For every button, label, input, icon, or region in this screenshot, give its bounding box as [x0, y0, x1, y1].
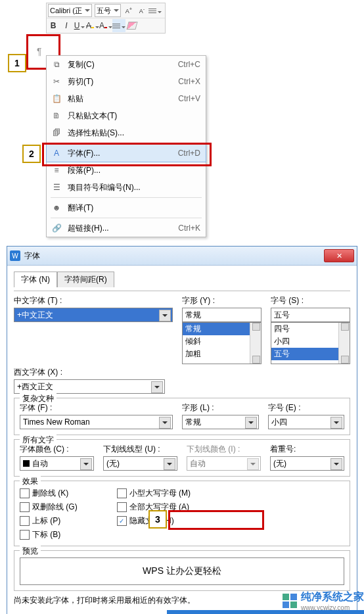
menu-paste-text[interactable]: 🗎只粘贴文本(T) [47, 107, 206, 124]
font-dialog: W 字体 ✕ 字体 (N) 字符间距(R) 中文字体 (T) : +中文正文 字… [7, 246, 357, 614]
size-label: 字号 (S) : [271, 295, 350, 306]
tab-font[interactable]: 字体 (N) [14, 272, 57, 287]
eraser-button[interactable] [125, 19, 139, 32]
bold-button[interactable]: B [47, 19, 60, 32]
increase-font-icon[interactable]: A+ [122, 4, 135, 17]
menu-bullets[interactable]: ☰项目符号和编号(N)... [47, 179, 206, 196]
chk-dstrike[interactable]: 双删除线 (G) [20, 502, 78, 513]
menu-paste[interactable]: 📋粘贴Ctrl+V [47, 90, 206, 107]
chk-smallcaps[interactable]: 小型大写字母 (M) [117, 488, 191, 499]
menu-separator [51, 197, 202, 198]
bullets-icon: ☰ [51, 183, 62, 192]
close-button[interactable]: ✕ [324, 249, 354, 262]
checkbox-icon [20, 530, 30, 540]
font-size-combo[interactable]: 五号 [95, 4, 121, 17]
preview-box: WPS 让办公更轻松 [20, 557, 344, 585]
preview-legend: 预览 [20, 546, 41, 557]
alltext-fieldset: 所有文字 字体颜色 (C) : 自动 下划线线型 (U) : (无) 下划线颜色… [14, 439, 350, 477]
underline-color-select: 自动 [187, 456, 261, 471]
menu-hyperlink[interactable]: 🔗超链接(H)...Ctrl+K [47, 220, 206, 237]
line-spacing-icon[interactable] [148, 4, 162, 17]
font-color-button[interactable]: A [99, 19, 112, 32]
menu-paste-special[interactable]: 🗐选择性粘贴(S)... [47, 124, 206, 141]
menu-copy-label: 复制(C) [68, 59, 178, 70]
menu-hyperlink-shortcut: Ctrl+K [178, 224, 200, 233]
italic-button[interactable]: I [60, 19, 73, 32]
paragraph-icon: ≡ [51, 166, 62, 175]
underline-button[interactable]: U [73, 19, 86, 32]
font-name-value: Calibri (正 [50, 6, 82, 16]
size-input[interactable]: 五号 [271, 308, 350, 322]
underline-select[interactable]: (无) [103, 456, 177, 471]
titlebar: W 字体 ✕ [7, 247, 357, 266]
effects-legend: 效果 [20, 476, 41, 487]
complex-style-select[interactable]: 常规 [182, 415, 259, 429]
chevron-down-icon [164, 458, 175, 470]
paste-text-icon: 🗎 [51, 111, 62, 120]
menu-font[interactable]: A字体(F)...Ctrl+D [46, 144, 206, 162]
style-listbox[interactable]: 常规 倾斜 加粗 [182, 322, 262, 364]
separator [14, 291, 350, 291]
dialog-tabs: 字体 (N) 字符间距(R) [14, 271, 350, 287]
underline-color-label: 下划线颜色 (I) : [187, 444, 261, 455]
decrease-font-icon[interactable]: A- [135, 4, 148, 17]
chk-smallcaps-label: 小型大写字母 (M) [129, 488, 191, 499]
chk-super[interactable]: 上标 (P) [20, 515, 78, 527]
preview-fieldset: 预览 WPS 让办公更轻松 [14, 550, 350, 591]
cn-font-select[interactable]: +中文正文 [14, 308, 173, 322]
tab-spacing[interactable]: 字符间距(R) [57, 272, 114, 287]
menu-paragraph[interactable]: ≡段落(P)... [47, 162, 206, 179]
wn-font-select[interactable]: +西文正文 [14, 379, 165, 394]
underline-value: (无) [106, 458, 120, 469]
complex-size-label: 字号 (E) : [268, 402, 345, 413]
complex-legend: 复杂文种 [20, 393, 57, 404]
emphasis-select[interactable]: (无) [270, 456, 344, 471]
chk-dstrike-label: 双删除线 (G) [32, 502, 78, 513]
watermark-bar [167, 610, 364, 614]
emphasis-value: (无) [273, 458, 286, 469]
menu-translate[interactable]: ☻翻译(T) [47, 199, 206, 216]
app-icon: W [10, 250, 20, 261]
menu-paragraph-label: 段落(P)... [68, 165, 200, 176]
size-listbox[interactable]: 四号 小四 五号 [271, 322, 350, 364]
complex-style-label: 字形 (L) : [182, 402, 259, 413]
eraser-icon [126, 22, 137, 30]
cn-font-value: +中文正文 [17, 310, 53, 321]
complex-fieldset: 复杂文种 字体 (F) : Times New Roman 字形 (L) : 常… [14, 398, 350, 435]
step-marker-1: 1 [8, 54, 26, 72]
scrollbar[interactable] [338, 323, 350, 364]
scrollbar[interactable] [250, 323, 261, 364]
wn-font-label: 西文字体 (X) : [14, 367, 350, 378]
color-swatch-icon [23, 460, 30, 467]
font-color-value: 自动 [32, 458, 48, 469]
highlight-button[interactable]: A [86, 19, 99, 32]
chevron-down-icon [330, 458, 342, 470]
font-color-select[interactable]: 自动 [20, 456, 94, 471]
emphasis-label: 着重号: [270, 444, 344, 455]
cut-icon: ✂ [51, 77, 62, 86]
style-input[interactable]: 常规 [182, 308, 262, 322]
menu-font-shortcut: Ctrl+D [178, 149, 200, 158]
menu-translate-label: 翻译(T) [68, 202, 200, 214]
menu-cut[interactable]: ✂剪切(T)Ctrl+X [47, 73, 206, 90]
underline-color-value: 自动 [190, 458, 206, 469]
chk-sub[interactable]: 下标 (B) [20, 529, 78, 540]
menu-copy[interactable]: ⧉复制(C)Ctrl+C [47, 56, 206, 73]
menu-hyperlink-label: 超链接(H)... [68, 223, 178, 234]
paste-special-icon: 🗐 [51, 128, 62, 137]
watermark-cn: 纯净系统之家 [301, 590, 364, 604]
font-name-combo[interactable]: Calibri (正 [48, 4, 92, 17]
menu-font-label: 字体(F)... [68, 148, 178, 159]
chevron-down-icon [151, 381, 163, 393]
style-label: 字形 (Y) : [182, 295, 262, 306]
complex-size-select[interactable]: 小四 [268, 415, 345, 429]
watermark: 纯净系统之家 www.ycwjzy.com [283, 590, 364, 611]
complex-font-select[interactable]: Times New Roman [20, 415, 173, 429]
menu-bullets-label: 项目符号和编号(N)... [68, 182, 200, 193]
align-button[interactable] [112, 19, 125, 32]
complex-style-value: 常规 [185, 417, 201, 428]
effects-fieldset: 效果 删除线 (K) 双删除线 (G) 上标 (P) 下标 (B) 小型大写字母… [14, 481, 350, 546]
context-menu: ⧉复制(C)Ctrl+C ✂剪切(T)Ctrl+X 📋粘贴Ctrl+V 🗎只粘贴… [46, 55, 206, 237]
chk-strike[interactable]: 删除线 (K) [20, 488, 78, 499]
checkbox-checked-icon: ✓ [117, 516, 127, 526]
